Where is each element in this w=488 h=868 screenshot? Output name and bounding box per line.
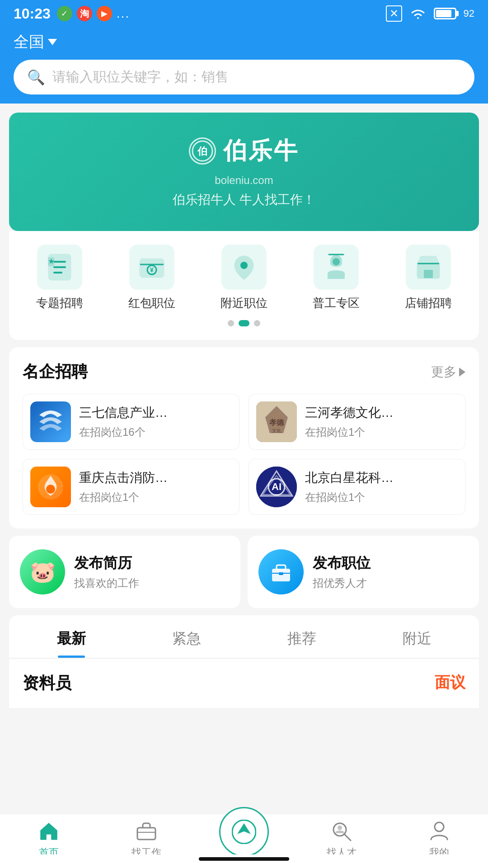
- home-bar: [199, 857, 289, 861]
- action-job-title: 发布职位: [313, 553, 468, 573]
- company-item-1[interactable]: 三七信息产业… 在招岗位16个: [23, 394, 239, 450]
- company-name-1: 三七信息产业…: [79, 404, 232, 421]
- status-bar: 10:23 ✓ 淘 ▶ ... ✕ 92: [0, 0, 488, 27]
- brand-url: boleniu.com: [215, 174, 273, 187]
- quick-icons-row: ★ 专题招聘 ¥ 红包职位: [9, 245, 479, 311]
- search-bar[interactable]: 🔍 请输入职位关键字，如：销售: [14, 60, 474, 94]
- quick-icon-worker-label: 普工专区: [313, 295, 360, 311]
- action-resume[interactable]: 🐷 发布简历 找喜欢的工作: [9, 536, 240, 608]
- svg-rect-31: [279, 572, 283, 575]
- company-item-2[interactable]: 孝德 文化 三河孝德文化… 在招岗位1个: [249, 394, 465, 450]
- tab-urgent[interactable]: 紧急: [129, 615, 244, 658]
- tab-latest[interactable]: 最新: [14, 615, 129, 658]
- job-tabs: 最新 紧急 推荐 附近: [9, 615, 479, 658]
- tabs-row: 最新 紧急 推荐 附近: [9, 615, 479, 658]
- quick-icon-nearby[interactable]: 附近职位: [221, 245, 267, 311]
- svg-text:孝德: 孝德: [269, 419, 284, 426]
- svg-line-36: [344, 834, 351, 840]
- battery-level: 92: [464, 8, 474, 19]
- svg-rect-29: [277, 565, 286, 570]
- brand-slogan: 伯乐招牛人 牛人找工作！: [173, 191, 315, 208]
- quick-icon-worker[interactable]: 普工专区: [313, 245, 360, 311]
- app-icon-taobao: 淘: [77, 6, 92, 21]
- action-job-subtitle: 招优秀人才: [313, 576, 468, 590]
- svg-rect-16: [33, 404, 69, 440]
- company-more-label: 更多: [431, 363, 456, 381]
- quick-icon-shop[interactable]: 店铺招聘: [405, 245, 452, 311]
- job-item-1[interactable]: 资料员 面议: [9, 658, 479, 708]
- svg-point-11: [240, 262, 248, 269]
- tab-recommend[interactable]: 推荐: [244, 615, 359, 658]
- company-logo-4: AI: [256, 467, 297, 507]
- dot-3: [254, 320, 260, 326]
- quick-icon-topic[interactable]: ★ 专题招聘: [36, 245, 83, 311]
- company-name-2: 三河孝德文化…: [305, 404, 458, 421]
- location-chevron-icon: [48, 39, 57, 45]
- home-indicator: [0, 854, 488, 868]
- publish-icon: [232, 820, 256, 844]
- svg-point-22: [46, 485, 55, 494]
- company-item-3[interactable]: 重庆点击消防… 在招岗位1个: [23, 459, 239, 515]
- wifi-icon: [409, 7, 427, 20]
- action-job[interactable]: 发布职位 招优秀人才: [248, 536, 479, 608]
- company-section-title: 名企招聘: [23, 361, 88, 383]
- brand-name: 伯乐牛: [223, 135, 299, 167]
- nav-mine[interactable]: 我的: [390, 821, 488, 859]
- svg-point-38: [435, 822, 444, 831]
- header: 全国 🔍 请输入职位关键字，如：销售: [0, 27, 488, 104]
- nav-talent[interactable]: 找人才: [293, 821, 390, 859]
- logo-xd: 孝德 文化: [256, 401, 297, 442]
- company-logo-2: 孝德 文化: [256, 401, 297, 442]
- nav-jobs[interactable]: 找工作: [98, 821, 195, 859]
- logo-ai: AI: [256, 467, 297, 507]
- company-logo-3: [30, 467, 71, 507]
- quick-icon-nearby-label: 附近职位: [221, 295, 267, 311]
- svg-text:¥: ¥: [150, 266, 154, 274]
- carousel-dots: [9, 320, 479, 331]
- action-resume-icon: 🐷: [20, 549, 65, 594]
- nav-home[interactable]: 首页: [0, 821, 98, 859]
- svg-point-12: [333, 258, 340, 265]
- action-resume-text: 发布简历 找喜欢的工作: [74, 553, 230, 590]
- app-icon-video: ▶: [97, 6, 112, 21]
- banner: 伯 伯乐牛 boleniu.com 伯乐招牛人 牛人找工作！: [9, 113, 479, 231]
- briefcase-icon: [136, 821, 157, 842]
- company-name-4: 北京白星花科…: [305, 469, 458, 486]
- action-job-icon: [258, 549, 304, 594]
- svg-point-37: [338, 826, 342, 830]
- action-job-text: 发布职位 招优秀人才: [313, 553, 468, 590]
- brand-logo-circle: 伯: [189, 137, 216, 165]
- action-resume-subtitle: 找喜欢的工作: [74, 576, 230, 590]
- location-row[interactable]: 全国: [14, 32, 474, 52]
- logo-37: [30, 401, 71, 442]
- search-icon: 🔍: [27, 69, 45, 86]
- action-resume-title: 发布简历: [74, 553, 230, 573]
- company-item-4[interactable]: AI 北京白星花科… 在招岗位1个: [249, 459, 465, 515]
- app-icon-green: ✓: [57, 6, 72, 21]
- company-jobs-3: 在招岗位1个: [79, 490, 232, 505]
- quick-icon-shop-label: 店铺招聘: [405, 295, 452, 311]
- dot-1: [228, 320, 234, 326]
- company-section-header: 名企招聘 更多: [23, 361, 465, 383]
- tab-nearby[interactable]: 附近: [359, 615, 474, 658]
- company-info-4: 北京白星花科… 在招岗位1个: [305, 469, 458, 505]
- svg-text:AI: AI: [272, 481, 282, 492]
- company-info-1: 三七信息产业… 在招岗位16个: [79, 404, 232, 439]
- company-info-2: 三河孝德文化… 在招岗位1个: [305, 404, 458, 439]
- quick-icon-redpacket[interactable]: ¥ 红包职位: [128, 245, 175, 311]
- banner-logo: 伯 伯乐牛: [189, 135, 299, 167]
- status-icons: ✓ 淘 ▶ ...: [57, 6, 130, 21]
- company-more-btn[interactable]: 更多: [431, 363, 465, 381]
- status-bar-right: ✕ 92: [386, 5, 474, 22]
- quick-icon-topic-label: 专题招聘: [36, 295, 83, 311]
- home-icon: [38, 821, 60, 842]
- job-salary-1: 面议: [435, 672, 465, 693]
- dot-2: [239, 320, 249, 326]
- job-title-1: 资料员: [23, 672, 71, 694]
- company-section: 名企招聘 更多: [9, 347, 479, 528]
- search-people-icon: [331, 821, 352, 842]
- company-jobs-4: 在招岗位1个: [305, 490, 458, 505]
- status-more-dots: ...: [117, 6, 130, 21]
- status-time: 10:23: [14, 5, 51, 22]
- search-input-placeholder: 请输入职位关键字，如：销售: [52, 68, 229, 86]
